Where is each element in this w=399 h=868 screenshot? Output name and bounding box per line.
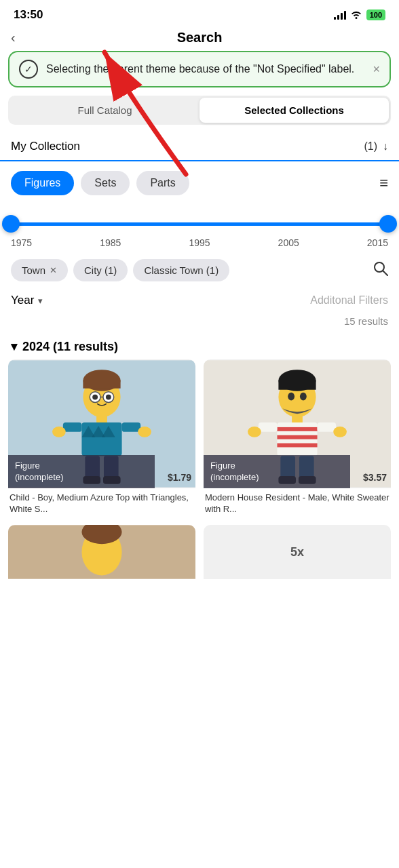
product-card-1[interactable]: Figure(incomplete) $1.79 Child - Boy, Me… — [8, 359, 195, 517]
svg-point-29 — [288, 393, 294, 401]
chevron-down-icon: ▾ — [11, 339, 17, 354]
svg-point-10 — [106, 395, 111, 400]
collection-count: (1) ↓ — [364, 140, 388, 153]
partial-multiplier: 5x — [290, 545, 304, 559]
year-group-label: 2024 (11 results) — [22, 340, 118, 354]
search-icon[interactable] — [373, 261, 388, 280]
year-slider-section: 1975 1985 1995 2005 2015 — [0, 205, 399, 252]
year-label-4: 2015 — [367, 237, 388, 248]
svg-rect-12 — [96, 416, 107, 423]
figure-badge-2: Figure(incomplete) — [204, 455, 350, 489]
svg-rect-17 — [63, 422, 82, 432]
status-icons: 100 — [334, 9, 385, 21]
product-card-2[interactable]: Figure(incomplete) $3.57 Modern House Re… — [204, 359, 391, 517]
tab-selected-collections[interactable]: Selected Collections — [200, 98, 389, 123]
chip-parts[interactable]: Parts — [136, 171, 189, 195]
battery-icon: 100 — [366, 9, 385, 20]
results-count: 15 results — [0, 313, 399, 332]
svg-rect-36 — [259, 422, 278, 432]
partial-card-right[interactable]: 5x — [204, 525, 391, 579]
product-name-1: Child - Boy, Medium Azure Top with Trian… — [8, 488, 195, 517]
tab-full-catalog[interactable]: Full Catalog — [10, 98, 200, 123]
year-labels: 1975 1985 1995 2005 2015 — [11, 236, 388, 248]
svg-rect-35 — [277, 443, 317, 448]
list-view-icon[interactable]: ≡ — [379, 174, 388, 192]
year-group-header[interactable]: ▾ 2024 (11 results) — [0, 332, 399, 359]
slider-track[interactable] — [11, 222, 388, 226]
figure-badge-1: Figure(incomplete) — [8, 455, 155, 489]
partial-figure — [8, 525, 195, 579]
svg-rect-34 — [277, 435, 317, 439]
tag-city-label: City (1) — [84, 264, 117, 276]
additional-filters-button[interactable]: Additonal Filters — [310, 294, 388, 307]
view-tabs: Full Catalog Selected Collections — [8, 96, 391, 125]
product-image-2: Figure(incomplete) $3.57 — [204, 359, 391, 488]
svg-rect-37 — [318, 422, 337, 432]
slider-thumb-right[interactable] — [379, 215, 397, 233]
svg-point-19 — [52, 427, 66, 437]
svg-point-39 — [333, 427, 347, 437]
svg-rect-28 — [278, 380, 316, 390]
year-label-3: 2005 — [278, 237, 299, 248]
svg-point-30 — [300, 393, 307, 401]
close-icon[interactable]: × — [373, 62, 380, 77]
signal-icon — [334, 10, 346, 20]
svg-point-38 — [248, 427, 261, 437]
tag-town-label: Town — [22, 264, 45, 276]
slider-thumb-left[interactable] — [2, 215, 20, 233]
tag-classic-town-label: Classic Town (1) — [144, 264, 218, 276]
tag-classic-town[interactable]: Classic Town (1) — [133, 259, 229, 281]
status-bar: 13:50 100 — [0, 0, 399, 27]
notification-text: Selecting the parent theme because of th… — [46, 63, 354, 75]
product-name-2: Modern House Resident - Male, White Swea… — [204, 488, 391, 517]
chip-figures[interactable]: Figures — [11, 171, 74, 195]
filters-row: Year ▾ Additonal Filters — [0, 288, 399, 313]
back-button[interactable]: ‹ — [11, 30, 16, 45]
svg-rect-6 — [83, 380, 120, 389]
year-label: Year — [11, 294, 34, 307]
svg-rect-18 — [122, 422, 141, 432]
svg-point-9 — [92, 395, 98, 400]
year-label-1: 1985 — [100, 237, 121, 248]
partial-product-row: 5x — [0, 525, 399, 579]
year-label-2: 1995 — [189, 237, 210, 248]
page-title: Search — [177, 30, 223, 45]
tag-town-remove[interactable]: ✕ — [50, 265, 57, 275]
tag-town: Town ✕ — [11, 259, 68, 281]
wifi-icon — [350, 9, 362, 21]
svg-rect-33 — [277, 427, 317, 431]
collection-arrow-icon: ↓ — [383, 140, 388, 153]
product-grid: Figure(incomplete) $1.79 Child - Boy, Me… — [0, 359, 399, 525]
notification-banner: ✓ Selecting the parent theme because of … — [8, 51, 391, 87]
price-badge-2: $3.57 — [363, 472, 387, 483]
svg-point-20 — [138, 427, 151, 437]
tag-filter-row: Town ✕ City (1) Classic Town (1) — [0, 252, 399, 288]
product-image-1: Figure(incomplete) $1.79 — [8, 359, 195, 488]
collection-selector[interactable]: My Collection (1) ↓ — [0, 133, 399, 161]
check-icon: ✓ — [19, 60, 38, 79]
price-badge-1: $1.79 — [168, 472, 191, 483]
svg-rect-31 — [292, 416, 303, 423]
filter-chips-row: Figures Sets Parts ≡ — [0, 161, 399, 205]
chip-sets[interactable]: Sets — [81, 171, 130, 195]
tag-city[interactable]: City (1) — [73, 259, 128, 281]
results-count-value: 15 results — [344, 315, 388, 327]
partial-card-left[interactable] — [8, 525, 195, 579]
year-dropdown[interactable]: Year ▾ — [11, 294, 43, 307]
svg-line-2 — [383, 271, 388, 275]
collection-label: My Collection — [11, 140, 80, 153]
year-label-0: 1975 — [11, 237, 32, 248]
header: ‹ Search — [0, 27, 399, 51]
collection-count-value: (1) — [364, 140, 377, 153]
status-time: 13:50 — [14, 8, 43, 22]
dropdown-arrow-icon: ▾ — [38, 296, 43, 306]
